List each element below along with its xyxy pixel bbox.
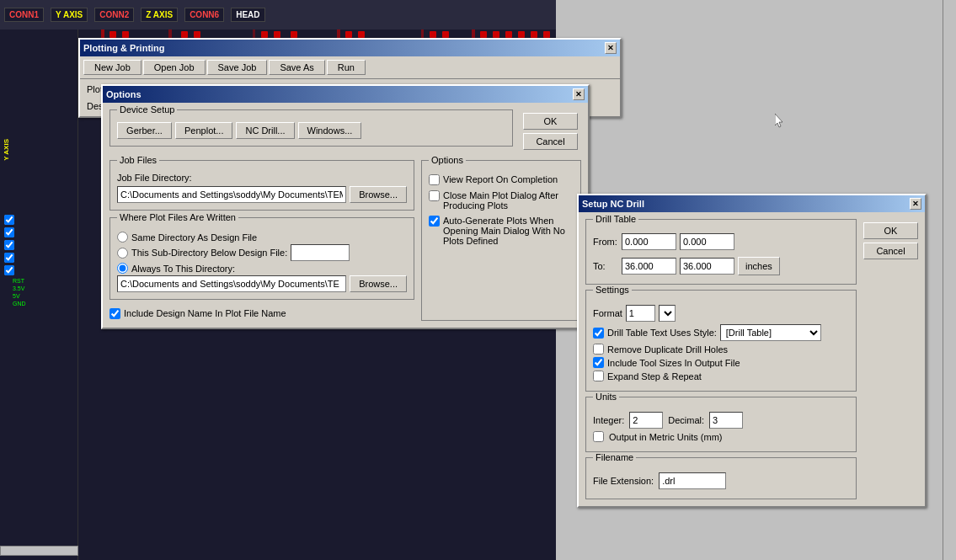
svg-rect-22	[430, 31, 436, 38]
save-as-button[interactable]: Save As	[269, 60, 324, 75]
options-group-legend: Options	[429, 155, 466, 165]
metric-checkbox[interactable]	[593, 431, 604, 442]
drill-table-legend: Drill Table	[593, 214, 638, 224]
options-titlebar: Options ✕	[103, 86, 588, 103]
expand-step-checkbox[interactable]	[593, 371, 604, 381]
decimal-input[interactable]	[709, 412, 743, 429]
inches-button[interactable]: inches	[738, 257, 780, 275]
include-design-text: Include Design Name In Plot File Name	[124, 308, 286, 318]
close-main-checkbox[interactable]	[429, 190, 440, 201]
dir-label-row: Job File Directory:	[117, 173, 407, 183]
drill-text-label: Drill Table Text Uses Style:	[607, 328, 717, 338]
run-button[interactable]: Run	[327, 60, 366, 75]
include-design-checkbox[interactable]	[109, 308, 120, 319]
svg-rect-23	[442, 31, 449, 38]
auto-generate-label[interactable]: Auto-Generate Plots When Opening Main Di…	[429, 216, 574, 246]
penplot-button[interactable]: Penplot...	[175, 122, 232, 139]
format-input[interactable]	[626, 305, 655, 322]
same-dir-text: Same Directory As Design File	[131, 232, 257, 243]
options-cancel-button[interactable]: Cancel	[523, 133, 578, 150]
same-dir-radio[interactable]	[117, 232, 128, 243]
cb5[interactable]	[4, 265, 14, 275]
from-y-input[interactable]	[680, 233, 734, 250]
settings-legend: Settings	[593, 285, 632, 295]
windows-button[interactable]: Windows...	[298, 122, 362, 139]
nc-content: Drill Table From: To:	[579, 212, 925, 506]
always-dir-input[interactable]	[117, 275, 346, 292]
device-setup-legend: Device Setup	[117, 104, 177, 115]
sub-dir-input[interactable]	[291, 244, 350, 261]
h-scrollbar[interactable]	[0, 546, 78, 556]
always-dir-radio-label[interactable]: Always To This Directory:	[117, 263, 407, 274]
sub-dir-radio[interactable]	[117, 248, 128, 259]
cb2[interactable]	[4, 227, 14, 237]
expand-step-row: Expand Step & Repeat	[593, 371, 849, 381]
style-dropdown[interactable]: [Drill Table]	[720, 324, 821, 341]
include-design-label[interactable]: Include Design Name In Plot File Name	[109, 308, 414, 319]
include-tool-label: Include Tool Sizes In Output File	[607, 358, 740, 368]
rst-label: RST	[13, 278, 26, 284]
view-report-checkbox[interactable]	[429, 174, 440, 185]
close-main-text: Close Main Plot Dialog After Producing P…	[443, 190, 574, 211]
open-job-button[interactable]: Open Job	[143, 60, 206, 75]
view-report-label[interactable]: View Report On Completion	[429, 174, 574, 185]
pcb-conn1: CONN1	[4, 8, 44, 22]
always-dir-radio[interactable]	[117, 263, 128, 274]
svg-rect-15	[181, 31, 188, 38]
nc-right: OK Cancel	[863, 219, 918, 499]
main-content-row: Job Files Job File Directory: Browse... …	[109, 160, 581, 321]
pcb-yaxis: Y AXIS	[51, 8, 88, 22]
nc-drill-button[interactable]: NC Drill...	[236, 122, 294, 139]
cb3[interactable]	[4, 240, 14, 250]
remove-dup-checkbox[interactable]	[593, 344, 604, 355]
to-y-input[interactable]	[680, 258, 734, 275]
nc-main-row: Drill Table From: To:	[585, 219, 918, 499]
always-browse-button[interactable]: Browse...	[350, 275, 407, 292]
nc-titlebar: Setup NC Drill ✕	[579, 195, 925, 212]
sub-dir-radio-label[interactable]: This Sub-Directory Below Design File:	[117, 244, 407, 261]
include-tool-checkbox[interactable]	[593, 357, 604, 368]
nc-cancel-button[interactable]: Cancel	[863, 243, 918, 259]
format-row: Format ▼	[593, 305, 849, 322]
extension-input[interactable]	[659, 472, 726, 489]
cb1[interactable]	[4, 215, 14, 225]
pcb-conn2: CONN2	[94, 8, 134, 22]
drill-table-inner: From: To: inches	[593, 232, 849, 277]
pcb-zaxis: Z AXIS	[141, 8, 178, 22]
svg-rect-29	[543, 31, 550, 38]
gerber-button[interactable]: Gerber...	[117, 122, 172, 139]
always-dir-input-row: Browse...	[117, 275, 407, 292]
dir-input-row: Browse...	[117, 186, 407, 203]
options-close[interactable]: ✕	[573, 88, 585, 100]
pcb-head: HEAD	[231, 8, 264, 22]
save-job-button[interactable]: Save Job	[207, 60, 268, 75]
to-x-input[interactable]	[622, 258, 676, 275]
job-dir-input[interactable]	[117, 186, 346, 203]
nc-ok-button[interactable]: OK	[863, 222, 918, 239]
voltage-panel: RST 3.5V 5V GND	[13, 278, 26, 307]
format-dropdown[interactable]: ▼	[659, 305, 676, 322]
job-browse-button[interactable]: Browse...	[350, 186, 407, 203]
integer-decimal-row: Integer: Decimal:	[593, 412, 849, 429]
new-job-button[interactable]: New Job	[83, 60, 142, 75]
auto-generate-checkbox[interactable]	[429, 216, 440, 227]
options-ok-button[interactable]: OK	[523, 113, 578, 130]
plot-window-title: Plotting & Printing	[83, 43, 165, 53]
expand-step-label: Expand Step & Repeat	[607, 371, 702, 381]
close-main-label[interactable]: Close Main Plot Dialog After Producing P…	[429, 190, 574, 211]
nc-close[interactable]: ✕	[910, 198, 921, 210]
extension-label: File Extension:	[593, 476, 654, 486]
svg-rect-19	[291, 31, 297, 38]
v5-label: 5V	[13, 293, 26, 299]
to-label: To:	[593, 261, 618, 271]
cb4[interactable]	[4, 253, 14, 263]
nc-left: Drill Table From: To:	[585, 219, 857, 499]
svg-rect-18	[274, 31, 280, 38]
right-scrollbar[interactable]	[943, 0, 956, 560]
from-x-input[interactable]	[622, 233, 676, 250]
drill-text-checkbox[interactable]	[593, 328, 604, 339]
filename-legend: Filename	[593, 452, 636, 462]
plot-window-close[interactable]: ✕	[605, 42, 617, 54]
integer-input[interactable]	[629, 412, 663, 429]
same-dir-radio-label[interactable]: Same Directory As Design File	[117, 232, 407, 243]
